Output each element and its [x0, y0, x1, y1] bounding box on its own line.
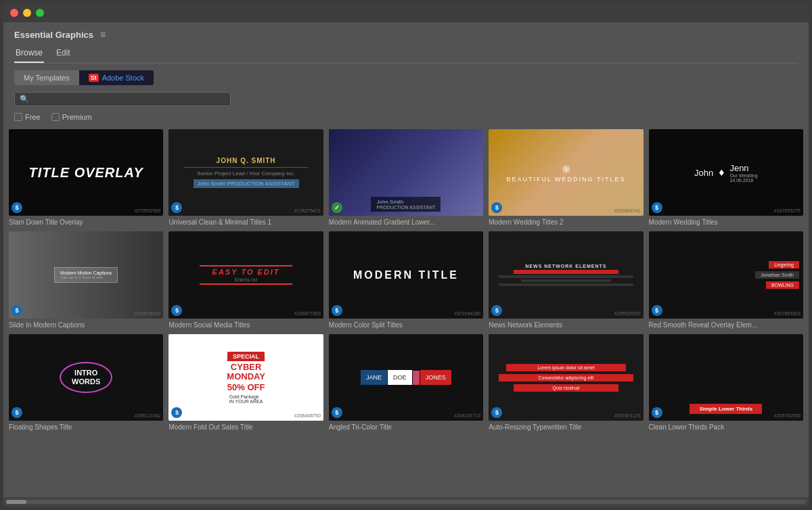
template-name-11: Floating Shapes Title [9, 423, 163, 431]
template-card-10[interactable]: Lingering Jonathan Smith BOWLING $ #2078… [649, 231, 803, 328]
news-header: NEWS NETWORK ELEMENTS [525, 264, 606, 269]
template-card-6[interactable]: Modern Motion Captions Use up to 4 lines… [9, 231, 163, 328]
asset-id-2: #176275471 [294, 208, 321, 213]
adobe-stock-button[interactable]: St Adobe Stock [79, 70, 154, 85]
template-name-7: Modern Social Media Titles [168, 321, 323, 329]
template-name-5: Modern Wedding Titles [649, 218, 803, 226]
premium-badge-1: $ [12, 202, 22, 213]
template-name-12: Modern Fold Out Sales Title [168, 423, 323, 431]
template-card-8[interactable]: MODERN TITLE $ #271544180 Modern Color S… [329, 231, 483, 328]
premium-badge-5: $ [652, 202, 662, 213]
universal-title: Senior Project Lead / Your Company Inc. [197, 170, 295, 177]
panel-title-row: Essential Graphics ≡ [14, 29, 798, 40]
social-line-top [200, 265, 292, 266]
template-name-6: Slide In Modern Captions [9, 321, 163, 329]
template-thumb-7: EASY TO EDIT StartList $ #234877363 [168, 231, 323, 318]
template-card-7[interactable]: EASY TO EDIT StartList $ #234877363 Mode… [168, 231, 323, 328]
template-name-14: Auto-Resizing Typewritten Title [489, 423, 643, 431]
free-filter[interactable]: Free [14, 113, 41, 121]
template-card-5[interactable]: John ♦ Jenn Our Wedding 14.06.2016 $ #16… [649, 129, 803, 226]
template-card-1[interactable]: TITLE OVERLAY $ #270552569 Slam Down Tit… [9, 129, 163, 226]
maximize-button[interactable] [36, 9, 44, 17]
social-text: EASY TO EDIT [212, 268, 280, 276]
floating-text: INTROWORDS [72, 369, 100, 386]
tab-edit[interactable]: Edit [55, 45, 72, 63]
template-name-10: Red Smooth Reveal Overlay Elem... [649, 321, 803, 329]
template-card-13[interactable]: JANE DOE · JONES $ #204197713 Angled Tri… [329, 334, 483, 431]
gradient-name-text: John Smith [376, 199, 435, 205]
template-thumb-9: NEWS NETWORK ELEMENTS $ #205525533 [489, 231, 643, 318]
asset-id-8: #271544180 [454, 311, 480, 316]
template-card-15[interactable]: Simple Lower Thirds $ #205792550 Clean L… [649, 334, 803, 431]
search-input[interactable] [32, 95, 225, 103]
template-name-13: Angled Tri-Color Title [329, 423, 483, 431]
template-name-3: Modern Animated Gradient Lower... [329, 218, 483, 226]
template-card-9[interactable]: NEWS NETWORK ELEMENTS $ #205525533 News … [489, 231, 643, 328]
panel-title: Essential Graphics [14, 30, 93, 40]
template-thumb-15: Simple Lower Thirds $ #205792550 [649, 334, 803, 421]
asset-id-14: #207874178 [614, 413, 641, 418]
universal-divider [184, 167, 308, 168]
premium-badge-14: $ [491, 407, 502, 418]
menu-icon[interactable]: ≡ [100, 29, 106, 40]
fold-cyber: CYBERMONDAY [227, 363, 265, 382]
asset-id-6: #230835528 [134, 311, 160, 316]
asset-id-3: #274960908 [454, 208, 480, 213]
asset-id-15: #205792550 [774, 413, 800, 418]
asset-id-10: #207865303 [774, 311, 800, 316]
fold-sub: Gold PackageIN YOUR AREA [229, 394, 263, 404]
asset-id-13: #204197713 [454, 413, 480, 418]
tab-browse[interactable]: Browse [14, 45, 44, 63]
template-card-4[interactable]: ❋ BEAUTIFUL WEDDING TITLES $ #203994741 … [489, 129, 643, 226]
premium-badge-6: $ [12, 305, 22, 316]
wedding2-date: 14.06.2016 [729, 178, 757, 183]
premium-filter[interactable]: Premium [51, 113, 92, 121]
my-templates-button[interactable]: My Templates [14, 70, 79, 85]
template-thumb-6: Modern Motion Captions Use up to 4 lines… [9, 231, 163, 318]
captions-text: Modern Motion Captions [60, 271, 112, 275]
premium-badge-13: $ [332, 407, 342, 418]
premium-badge-10: $ [652, 305, 662, 316]
adobe-stock-label: Adobe Stock [102, 74, 144, 82]
template-name-4: Modern Wedding Titles 2 [489, 218, 643, 226]
horizontal-scrollbar[interactable] [3, 497, 809, 507]
scrollbar-thumb[interactable] [6, 500, 26, 504]
captions-box: Modern Motion Captions Use up to 4 lines… [54, 267, 118, 283]
main-window: Essential Graphics ≡ Browse Edit My Temp… [3, 3, 809, 507]
asset-id-11: #208111082 [134, 413, 160, 418]
premium-checkbox[interactable] [51, 113, 60, 121]
tab-bar: Browse Edit [14, 45, 798, 64]
premium-badge-11: $ [12, 407, 22, 418]
red-reveal-box3: BOWLING [766, 281, 799, 289]
free-checkbox[interactable] [14, 113, 22, 121]
template-card-3[interactable]: John Smith PRODUCTION ASSISTANT ✓ #27496… [329, 129, 483, 226]
asset-id-12: #206406750 [294, 413, 321, 418]
template-card-12[interactable]: SPECIAL CYBERMONDAY 50% OFF Gold Package… [168, 334, 323, 431]
template-card-2[interactable]: JOHN Q. SMITH Senior Project Lead / Your… [168, 129, 323, 226]
template-card-14[interactable]: Lorem ipsum dolor sit amet Consectetur a… [489, 334, 643, 431]
news-bar [514, 270, 618, 274]
minimize-button[interactable] [23, 9, 31, 17]
template-thumb-11: INTROWORDS $ #208111082 [9, 334, 163, 421]
red-reveal-box1: Lingering [769, 261, 799, 269]
tri-separator: · [413, 371, 420, 385]
templates-grid: TITLE OVERLAY $ #270552569 Slam Down Tit… [9, 129, 803, 431]
floating-oval: INTROWORDS [60, 362, 112, 393]
panel-header: Essential Graphics ≡ Browse Edit My Temp… [3, 22, 809, 129]
close-button[interactable] [10, 9, 18, 17]
template-name-9: News Network Elements [489, 321, 643, 329]
typewriter-bar1: Lorem ipsum dolor sit amet [506, 364, 625, 371]
typewriter-bar3: Quis nostrud [514, 384, 618, 392]
template-card-11[interactable]: INTROWORDS $ #208111082 Floating Shapes … [9, 334, 163, 431]
red-reveal-box2: Jonathan Smith [755, 271, 799, 279]
template-thumb-5: John ♦ Jenn Our Wedding 14.06.2016 $ #16… [649, 129, 803, 216]
modern-title-text: MODERN TITLE [353, 269, 459, 281]
source-selector: My Templates St Adobe Stock [14, 70, 798, 85]
template-thumb-14: Lorem ipsum dolor sit amet Consectetur a… [489, 334, 643, 421]
template-thumb-12: SPECIAL CYBERMONDAY 50% OFF Gold Package… [168, 334, 323, 421]
free-badge-3: ✓ [332, 202, 342, 213]
content-area[interactable]: TITLE OVERLAY $ #270552569 Slam Down Tit… [3, 129, 809, 497]
wedding-title-text: BEAUTIFUL WEDDING TITLES [506, 176, 625, 183]
template-thumb-13: JANE DOE · JONES $ #204197713 [329, 334, 483, 421]
typewriter-bar2: Consectetur adipiscing elit [499, 374, 633, 381]
